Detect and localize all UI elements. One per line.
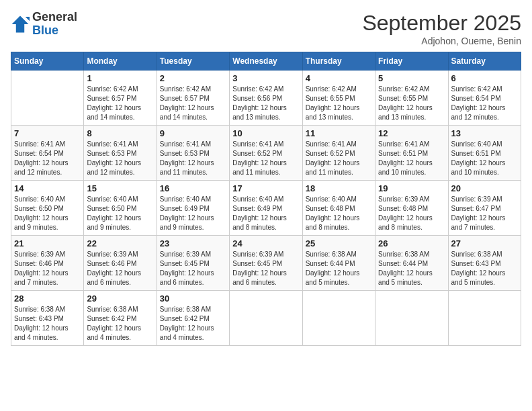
day-info: Sunrise: 6:38 AM Sunset: 6:44 PM Dayligh… (306, 250, 372, 287)
calendar-cell: 12Sunrise: 6:41 AM Sunset: 6:51 PM Dayli… (375, 126, 448, 181)
calendar-cell: 15Sunrise: 6:40 AM Sunset: 6:50 PM Dayli… (84, 181, 157, 236)
location-subtitle: Adjohon, Oueme, Benin (362, 36, 521, 46)
calendar-cell: 30Sunrise: 6:38 AM Sunset: 6:42 PM Dayli… (157, 291, 229, 346)
day-number: 20 (451, 183, 518, 193)
day-number: 25 (306, 238, 372, 248)
calendar-cell: 23Sunrise: 6:39 AM Sunset: 6:45 PM Dayli… (157, 236, 229, 291)
week-row-1: 1Sunrise: 6:42 AM Sunset: 6:57 PM Daylig… (11, 71, 521, 126)
calendar-cell: 18Sunrise: 6:40 AM Sunset: 6:48 PM Dayli… (302, 181, 375, 236)
day-info: Sunrise: 6:42 AM Sunset: 6:55 PM Dayligh… (378, 85, 445, 122)
day-number: 2 (160, 73, 226, 83)
day-number: 9 (160, 128, 226, 138)
calendar-body: 1Sunrise: 6:42 AM Sunset: 6:57 PM Daylig… (11, 71, 521, 346)
day-number: 19 (378, 183, 445, 193)
day-number: 24 (232, 238, 299, 248)
svg-marker-1 (26, 17, 30, 21)
day-info: Sunrise: 6:42 AM Sunset: 6:55 PM Dayligh… (306, 85, 372, 122)
calendar-cell: 5Sunrise: 6:42 AM Sunset: 6:55 PM Daylig… (375, 71, 448, 126)
day-number: 12 (378, 128, 445, 138)
calendar-cell: 19Sunrise: 6:39 AM Sunset: 6:48 PM Dayli… (375, 181, 448, 236)
day-number: 1 (87, 73, 153, 83)
calendar-cell: 25Sunrise: 6:38 AM Sunset: 6:44 PM Dayli… (302, 236, 375, 291)
day-number: 15 (87, 183, 153, 193)
day-info: Sunrise: 6:41 AM Sunset: 6:52 PM Dayligh… (306, 140, 372, 177)
calendar-cell (230, 291, 302, 346)
day-info: Sunrise: 6:41 AM Sunset: 6:53 PM Dayligh… (160, 140, 226, 177)
day-number: 29 (87, 293, 153, 304)
day-header-sunday: Sunday (11, 52, 84, 71)
calendar-cell: 11Sunrise: 6:41 AM Sunset: 6:52 PM Dayli… (302, 126, 375, 181)
day-number: 28 (14, 293, 81, 304)
day-number: 23 (160, 238, 226, 248)
calendar-cell: 17Sunrise: 6:40 AM Sunset: 6:49 PM Dayli… (230, 181, 302, 236)
day-info: Sunrise: 6:41 AM Sunset: 6:54 PM Dayligh… (14, 140, 81, 177)
calendar-cell: 1Sunrise: 6:42 AM Sunset: 6:57 PM Daylig… (84, 71, 157, 126)
calendar-cell: 3Sunrise: 6:42 AM Sunset: 6:56 PM Daylig… (230, 71, 302, 126)
day-info: Sunrise: 6:38 AM Sunset: 6:42 PM Dayligh… (160, 305, 226, 342)
day-number: 21 (14, 238, 81, 248)
calendar-cell: 14Sunrise: 6:40 AM Sunset: 6:50 PM Dayli… (11, 181, 84, 236)
day-header-tuesday: Tuesday (157, 52, 229, 71)
day-header-monday: Monday (84, 52, 157, 71)
day-info: Sunrise: 6:41 AM Sunset: 6:51 PM Dayligh… (378, 140, 445, 177)
calendar-cell: 7Sunrise: 6:41 AM Sunset: 6:54 PM Daylig… (11, 126, 84, 181)
day-header-thursday: Thursday (302, 52, 375, 71)
calendar-cell (11, 71, 84, 126)
calendar-cell: 6Sunrise: 6:42 AM Sunset: 6:54 PM Daylig… (448, 71, 521, 126)
day-info: Sunrise: 6:39 AM Sunset: 6:46 PM Dayligh… (87, 250, 153, 287)
day-info: Sunrise: 6:39 AM Sunset: 6:46 PM Dayligh… (14, 250, 81, 287)
day-info: Sunrise: 6:42 AM Sunset: 6:57 PM Dayligh… (87, 85, 153, 122)
day-number: 18 (306, 183, 372, 193)
title-block: September 2025 Adjohon, Oueme, Benin (362, 11, 521, 46)
day-number: 10 (232, 128, 299, 138)
day-info: Sunrise: 6:42 AM Sunset: 6:56 PM Dayligh… (232, 85, 299, 122)
day-number: 7 (14, 128, 81, 138)
logo-icon (11, 15, 30, 34)
day-info: Sunrise: 6:42 AM Sunset: 6:57 PM Dayligh… (160, 85, 226, 122)
week-row-2: 7Sunrise: 6:41 AM Sunset: 6:54 PM Daylig… (11, 126, 521, 181)
day-info: Sunrise: 6:41 AM Sunset: 6:53 PM Dayligh… (87, 140, 153, 177)
page-header: General Blue September 2025 Adjohon, Oue… (11, 11, 521, 46)
day-header-saturday: Saturday (448, 52, 521, 71)
day-number: 8 (87, 128, 153, 138)
day-header-friday: Friday (375, 52, 448, 71)
calendar-table: SundayMondayTuesdayWednesdayThursdayFrid… (11, 52, 521, 346)
day-info: Sunrise: 6:39 AM Sunset: 6:45 PM Dayligh… (232, 250, 299, 287)
calendar-cell (448, 291, 521, 346)
day-info: Sunrise: 6:39 AM Sunset: 6:45 PM Dayligh… (160, 250, 226, 287)
month-title: September 2025 (362, 11, 521, 36)
day-number: 4 (306, 73, 372, 83)
day-info: Sunrise: 6:42 AM Sunset: 6:54 PM Dayligh… (451, 85, 518, 122)
calendar-cell: 10Sunrise: 6:41 AM Sunset: 6:52 PM Dayli… (230, 126, 302, 181)
calendar-cell: 4Sunrise: 6:42 AM Sunset: 6:55 PM Daylig… (302, 71, 375, 126)
svg-marker-0 (12, 15, 29, 32)
day-number: 13 (451, 128, 518, 138)
day-info: Sunrise: 6:38 AM Sunset: 6:44 PM Dayligh… (378, 250, 445, 287)
day-number: 17 (232, 183, 299, 193)
day-number: 30 (160, 293, 226, 304)
day-info: Sunrise: 6:40 AM Sunset: 6:49 PM Dayligh… (160, 195, 226, 232)
calendar-cell (302, 291, 375, 346)
day-info: Sunrise: 6:40 AM Sunset: 6:49 PM Dayligh… (232, 195, 299, 232)
day-info: Sunrise: 6:40 AM Sunset: 6:50 PM Dayligh… (87, 195, 153, 232)
calendar-cell: 16Sunrise: 6:40 AM Sunset: 6:49 PM Dayli… (157, 181, 229, 236)
calendar-cell: 13Sunrise: 6:40 AM Sunset: 6:51 PM Dayli… (448, 126, 521, 181)
day-info: Sunrise: 6:38 AM Sunset: 6:42 PM Dayligh… (87, 305, 153, 342)
day-number: 3 (232, 73, 299, 83)
calendar-cell: 22Sunrise: 6:39 AM Sunset: 6:46 PM Dayli… (84, 236, 157, 291)
calendar-cell: 27Sunrise: 6:38 AM Sunset: 6:43 PM Dayli… (448, 236, 521, 291)
day-info: Sunrise: 6:40 AM Sunset: 6:50 PM Dayligh… (14, 195, 81, 232)
calendar-cell: 9Sunrise: 6:41 AM Sunset: 6:53 PM Daylig… (157, 126, 229, 181)
calendar-cell: 8Sunrise: 6:41 AM Sunset: 6:53 PM Daylig… (84, 126, 157, 181)
day-number: 5 (378, 73, 445, 83)
day-info: Sunrise: 6:38 AM Sunset: 6:43 PM Dayligh… (451, 250, 518, 287)
day-header-wednesday: Wednesday (230, 52, 302, 71)
day-number: 22 (87, 238, 153, 248)
week-row-5: 28Sunrise: 6:38 AM Sunset: 6:43 PM Dayli… (11, 291, 521, 346)
day-info: Sunrise: 6:39 AM Sunset: 6:48 PM Dayligh… (378, 195, 445, 232)
calendar-cell (375, 291, 448, 346)
day-number: 27 (451, 238, 518, 248)
calendar-cell: 21Sunrise: 6:39 AM Sunset: 6:46 PM Dayli… (11, 236, 84, 291)
calendar-cell: 24Sunrise: 6:39 AM Sunset: 6:45 PM Dayli… (230, 236, 302, 291)
calendar-cell: 2Sunrise: 6:42 AM Sunset: 6:57 PM Daylig… (157, 71, 229, 126)
